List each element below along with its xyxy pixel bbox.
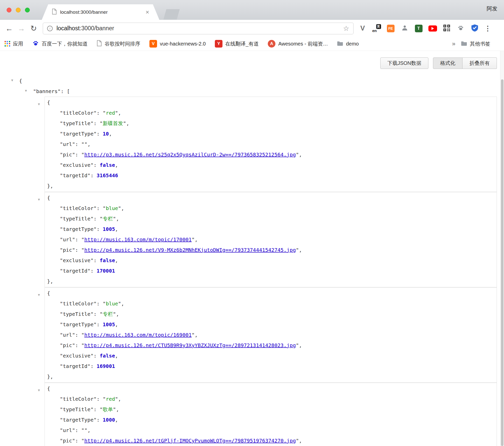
fehelper-icon: FE xyxy=(387,25,395,32)
bookmark-item[interactable]: 百度一下，你就知道 xyxy=(32,40,88,48)
bookmark-star-icon[interactable]: ☆ xyxy=(343,24,349,33)
more-menu-icon[interactable]: ⋮ xyxy=(482,24,494,33)
json-punctuation: , xyxy=(299,438,302,444)
json-key: "pic": xyxy=(60,438,81,444)
json-punctuation: , xyxy=(87,427,90,433)
json-punctuation: }, xyxy=(47,374,53,380)
fehelper-extension-button[interactable]: FE xyxy=(384,23,398,34)
new-tab-button[interactable] xyxy=(163,9,180,20)
json-key: "url": xyxy=(60,141,81,147)
pic-link[interactable]: http://p4.music.126.net/tGPljf-IMOCyPvum… xyxy=(84,438,296,444)
json-key: "typeTitle": xyxy=(60,311,100,317)
json-punctuation: "" xyxy=(81,427,87,433)
json-tree: ▼{▼"banners": [▼{"titleColor": "red","ty… xyxy=(0,76,504,446)
url-link[interactable]: http://music.163.com/m/topic/169001 xyxy=(84,332,191,338)
json-punctuation: , xyxy=(115,226,118,232)
bookmark-item[interactable]: Y在线翻译_有道 xyxy=(215,40,259,48)
browser-tab[interactable]: localhost:3000/banner × xyxy=(42,4,159,20)
json-number-value: 170001 xyxy=(97,268,115,274)
bookmark-item[interactable]: demo xyxy=(337,41,359,47)
json-string-value: red xyxy=(106,396,115,402)
bookmark-label: 应用 xyxy=(13,40,23,47)
json-key: "exclusive": xyxy=(60,162,100,168)
qrcode-extension-button[interactable] xyxy=(440,23,454,34)
zoom-window-button[interactable] xyxy=(25,8,30,12)
collapse-toggle-icon[interactable]: ▼ xyxy=(38,99,40,109)
json-punctuation: " xyxy=(192,236,195,243)
json-punctuation: , xyxy=(195,332,198,338)
json-string-value: 新碟首发 xyxy=(103,120,123,126)
scrollbar-thumb[interactable] xyxy=(501,79,503,446)
browser-window: localhost:3000/banner × 阿发 ← → ↻ i local… xyxy=(0,0,504,446)
address-bar[interactable]: i localhost:3000/banner ☆ xyxy=(43,23,354,34)
json-property-line: "targetId": 170001 xyxy=(45,266,497,276)
json-punctuation: " xyxy=(81,236,84,243)
collapse-all-button[interactable]: 折叠所有 xyxy=(463,57,497,69)
json-property-line: "targetType": 1000, xyxy=(45,415,497,425)
other-bookmarks-folder[interactable]: 其他书签 xyxy=(461,40,490,47)
bookmark-label: vue-hackernews-2.0 xyxy=(160,41,206,47)
collapse-toggle-icon[interactable]: ▼ xyxy=(25,85,27,96)
json-punctuation: , xyxy=(299,152,302,158)
json-key: "targetType": xyxy=(60,417,103,423)
json-property-line: "titleColor": "blue", xyxy=(45,299,497,309)
pic-link[interactable]: http://p4.music.126.net/CTU5B9R9y3XyYBZX… xyxy=(84,342,296,348)
tab-close-icon[interactable]: × xyxy=(146,9,149,15)
forward-icon[interactable]: → xyxy=(15,24,27,33)
json-property-line: "url": "", xyxy=(45,139,497,150)
back-icon[interactable]: ← xyxy=(3,24,15,33)
json-key: "url": xyxy=(60,332,81,338)
bookmark-item[interactable]: 应用 xyxy=(5,40,23,47)
bookmarks-overflow-icon[interactable]: » xyxy=(452,40,455,47)
url-link[interactable]: http://music.163.com/m/topic/170001 xyxy=(84,236,191,243)
collapse-toggle-icon[interactable]: ▼ xyxy=(38,290,40,300)
json-string-value: blue xyxy=(106,301,118,307)
json-close-brace-line: }, xyxy=(45,181,497,191)
page-scrollbar xyxy=(500,51,504,446)
vimium-v-extension-button[interactable]: V xyxy=(356,23,370,34)
json-punctuation: , xyxy=(116,311,119,317)
profile-name[interactable]: 阿发 xyxy=(487,5,497,12)
json-punctuation: " xyxy=(118,205,121,211)
page-info-icon[interactable]: i xyxy=(47,26,53,31)
folder-icon xyxy=(461,41,467,47)
json-punctuation: , xyxy=(115,162,118,168)
security-shield-extension-button[interactable] xyxy=(468,23,482,34)
json-key: "targetId": xyxy=(60,172,97,179)
collapse-toggle-icon[interactable]: ▼ xyxy=(38,194,40,205)
qrcode-icon xyxy=(443,25,450,32)
bookmark-item[interactable]: Vvue-hackernews-2.0 xyxy=(149,40,206,48)
json-punctuation: " xyxy=(115,110,118,116)
vimium-v-icon: V xyxy=(360,24,365,32)
collapse-toggle-icon[interactable]: ▼ xyxy=(11,75,13,85)
bookmark-item[interactable]: 谷歌按时间排序 xyxy=(97,40,140,48)
tampermonkey-extension-button[interactable]: T xyxy=(412,23,426,34)
json-punctuation: { xyxy=(47,290,50,296)
minimize-window-button[interactable] xyxy=(16,8,21,12)
json-punctuation: " xyxy=(296,152,299,158)
json-key: "exclusive": xyxy=(60,257,100,263)
translate-en-icon: en英 xyxy=(372,24,381,33)
format-button[interactable]: 格式化 xyxy=(433,57,463,69)
org-person-extension-button[interactable] xyxy=(398,23,412,34)
json-punctuation: }, xyxy=(47,183,53,189)
json-punctuation: , xyxy=(115,321,118,328)
close-window-button[interactable] xyxy=(7,8,11,12)
json-punctuation: , xyxy=(121,205,124,211)
reload-icon[interactable]: ↻ xyxy=(27,24,40,33)
pic-link[interactable]: http://p3.music.126.net/s25q2x5QyqsAzilC… xyxy=(84,152,296,158)
download-json-button[interactable]: 下载JSON数据 xyxy=(380,57,428,69)
youtube-extension-button[interactable] xyxy=(426,23,440,34)
json-object: ▼{"titleColor": "blue","typeTitle": "专栏"… xyxy=(45,192,497,287)
pic-link[interactable]: http://p4.music.126.net/V9-MXz6b2MNhEKju… xyxy=(84,247,296,253)
paw-extension-button[interactable] xyxy=(454,23,468,34)
json-string-value: 专栏 xyxy=(103,216,113,222)
translate-en-extension-button[interactable]: en英 xyxy=(370,23,384,34)
collapse-toggle-icon[interactable]: ▼ xyxy=(38,385,40,395)
json-punctuation: , xyxy=(299,247,302,253)
json-array-open-line: ▼"banners": [ xyxy=(0,86,504,97)
bookmark-item[interactable]: AAwesomes - 前端资… xyxy=(268,40,328,48)
bookmark-label: Awesomes - 前端资… xyxy=(278,40,328,47)
json-boolean-value: false xyxy=(100,257,115,263)
json-key: "targetType": xyxy=(60,321,103,328)
